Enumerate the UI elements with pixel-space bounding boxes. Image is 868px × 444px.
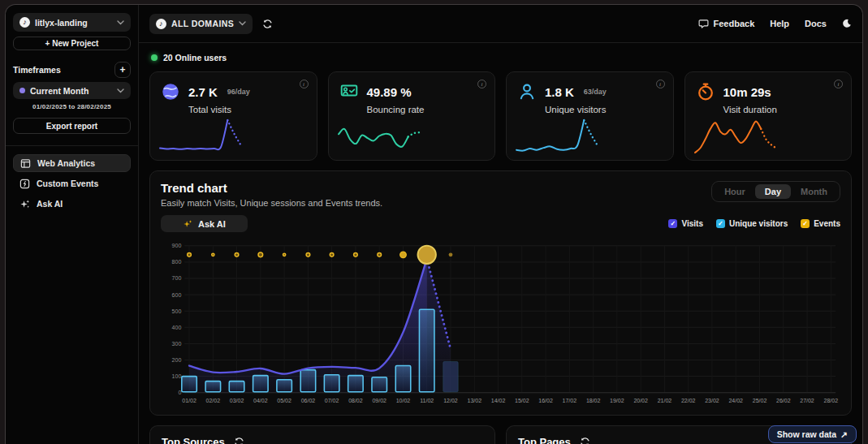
refresh-icon[interactable] [578, 435, 592, 444]
svg-text:05/02: 05/02 [277, 398, 291, 403]
stat-value: 2.7 K [188, 85, 218, 99]
svg-text:700: 700 [172, 275, 182, 281]
checkbox-icon[interactable]: ✓ [668, 219, 677, 228]
project-name: litlyx-landing [35, 18, 88, 28]
arrow-up-right-icon: ↗ [840, 429, 848, 439]
svg-text:16/02: 16/02 [538, 398, 553, 403]
info-icon[interactable]: i [477, 80, 486, 88]
sidebar-item-custom-events[interactable]: Custom Events [13, 175, 131, 192]
sparkles-icon [19, 199, 30, 209]
sidebar-item-label: Web Analytics [37, 158, 95, 168]
svg-text:400: 400 [172, 325, 182, 330]
feedback-link[interactable]: Feedback [698, 19, 755, 29]
stat-value: 49.89 % [367, 85, 412, 99]
sidebar-item-ask-ai[interactable]: Ask AI [13, 195, 131, 213]
add-timeframe-button[interactable]: + [114, 62, 131, 78]
info-icon[interactable]: i [656, 80, 665, 88]
timer-icon [695, 81, 716, 102]
legend-unique-visitors[interactable]: ✓ Unique visitors [716, 219, 788, 228]
top-pages-title: Top Pages [518, 436, 571, 444]
refresh-icon[interactable] [261, 17, 274, 31]
svg-text:11/02: 11/02 [420, 398, 434, 403]
svg-text:25/02: 25/02 [753, 398, 767, 403]
tab-day[interactable]: Day [755, 184, 791, 199]
svg-text:500: 500 [172, 308, 182, 314]
granularity-tabs: Hour Day Month [711, 181, 840, 202]
svg-text:100: 100 [172, 373, 182, 379]
svg-text:24/02: 24/02 [728, 398, 743, 403]
refresh-icon[interactable] [232, 435, 246, 444]
tab-hour[interactable]: Hour [715, 184, 755, 199]
svg-text:18/02: 18/02 [586, 398, 601, 403]
chevron-down-icon [117, 20, 124, 25]
timeframes-title: Timeframes [13, 65, 61, 75]
stat-cards: 2.7 K 96/day Total visits i 49.89 % [149, 71, 852, 161]
sparkles-icon [183, 219, 192, 229]
svg-text:26/02: 26/02 [776, 398, 791, 403]
bolt-icon [19, 179, 30, 189]
card-bouncing-rate: 49.89 % Bouncing rate i [328, 71, 496, 161]
svg-text:04/02: 04/02 [253, 398, 268, 403]
svg-text:20/02: 20/02 [633, 398, 648, 403]
svg-text:13/02: 13/02 [468, 398, 482, 403]
project-selector[interactable]: ♪ litlyx-landing [13, 13, 131, 32]
top-sources-card: Top Sources [149, 425, 495, 444]
feedback-icon [698, 19, 709, 29]
theme-toggle[interactable] [842, 19, 852, 28]
svg-text:15/02: 15/02 [515, 398, 529, 403]
svg-text:28/02: 28/02 [824, 398, 839, 403]
chevron-down-icon [117, 88, 124, 93]
export-report-button[interactable]: Export report [13, 118, 131, 134]
domain-selected: ALL DOMAINS [171, 19, 234, 28]
trend-chart[interactable]: 010020030040050060070080090001/0202/0203… [161, 238, 840, 408]
help-link[interactable]: Help [770, 19, 789, 28]
ask-ai-button[interactable]: Ask AI [161, 215, 248, 232]
tab-month[interactable]: Month [791, 184, 837, 199]
svg-text:200: 200 [172, 357, 182, 363]
checkbox-icon[interactable]: ✓ [801, 219, 810, 228]
person-icon [516, 81, 538, 102]
legend-visits[interactable]: ✓ Visits [668, 219, 703, 228]
stat-per-day: 63/day [584, 88, 607, 96]
bottom-row: Top Sources Top Pages [149, 425, 852, 444]
moon-icon [842, 19, 852, 28]
presentation-icon [339, 81, 360, 102]
legend-events[interactable]: ✓ Events [801, 219, 840, 228]
domain-selector[interactable]: ♪ ALL DOMAINS [149, 14, 253, 34]
globe-icon [160, 81, 181, 102]
svg-text:800: 800 [172, 259, 182, 265]
trend-chart-card: Trend chart Easily match Visits, Unique … [149, 170, 852, 416]
layout-icon [20, 158, 31, 169]
stat-per-day: 96/day [227, 88, 250, 96]
svg-text:12/02: 12/02 [443, 398, 458, 403]
sparkline [693, 114, 779, 156]
litlyx-logo-icon: ♪ [19, 17, 30, 28]
stat-value: 1.8 K [545, 85, 574, 99]
sidebar-item-web-analytics[interactable]: Web Analytics [13, 154, 131, 172]
svg-text:23/02: 23/02 [705, 398, 719, 403]
card-visit-duration: 10m 29s Visit duration i [684, 71, 853, 161]
svg-text:600: 600 [172, 292, 182, 298]
timeframe-range: 01/02/2025 to 28/02/2025 [13, 103, 131, 110]
svg-text:08/02: 08/02 [348, 398, 363, 403]
svg-text:07/02: 07/02 [325, 398, 339, 403]
docs-link[interactable]: Docs [805, 19, 827, 28]
info-icon[interactable]: i [834, 80, 843, 88]
card-unique-visitors: 1.8 K 63/day Unique visitors i [506, 71, 674, 161]
card-total-visits: 2.7 K 96/day Total visits i [149, 71, 317, 161]
new-project-button[interactable]: + New Project [13, 37, 131, 50]
online-users-label: 20 Online users [163, 53, 227, 63]
sidebar: ♪ litlyx-landing + New Project Timeframe… [6, 5, 139, 444]
sidebar-item-label: Custom Events [37, 179, 98, 188]
svg-text:300: 300 [172, 341, 182, 347]
svg-text:900: 900 [172, 243, 182, 248]
svg-text:19/02: 19/02 [610, 398, 624, 403]
info-icon[interactable]: i [300, 80, 309, 88]
svg-text:0: 0 [178, 390, 181, 395]
checkbox-icon[interactable]: ✓ [716, 219, 725, 228]
svg-text:21/02: 21/02 [658, 398, 672, 403]
chart-legend: ✓ Visits ✓ Unique visitors ✓ Events [668, 219, 840, 228]
timeframe-selector[interactable]: Current Month [13, 82, 131, 99]
show-raw-data-button[interactable]: Show raw data ↗ [768, 425, 857, 443]
online-status-icon [151, 54, 158, 61]
